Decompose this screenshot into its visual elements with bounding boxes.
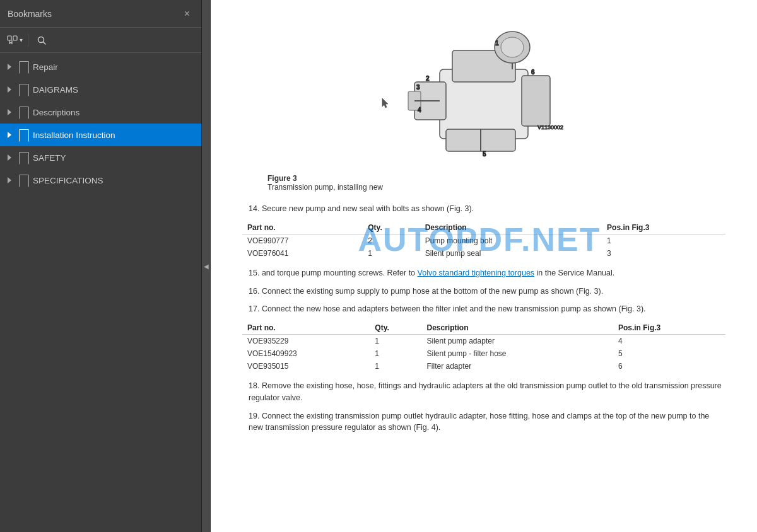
svg-text:4: 4 (418, 107, 421, 113)
svg-text:6: 6 (531, 69, 535, 76)
sidebar-item-daigrams[interactable]: DAIGRAMS (0, 78, 201, 101)
search-bookmarks-button[interactable] (32, 32, 51, 49)
table-row: VOE154099231Silent pump - filter hose5 (242, 347, 725, 360)
sidebar: Bookmarks × ▾ RepairDAIGRAMSDescriptions… (0, 0, 202, 532)
col-desc-2: Description (421, 321, 613, 335)
table-row: VOE9352291Silent pump adapter4 (242, 335, 725, 348)
chevron-right-icon (5, 86, 14, 93)
search-icon (37, 35, 47, 45)
toolbar-divider (28, 34, 28, 47)
col-qty-2: Qty. (370, 321, 421, 335)
ribbon-icon (18, 152, 29, 163)
bookmark-label-descriptions: Descriptions (33, 108, 195, 117)
parts-table-1: Part no. Qty. Description Pos.in Fig.3 V… (242, 221, 725, 260)
main-content: ◀ (202, 0, 757, 532)
table-row: VOE9907772Pump mounting bolt1 (242, 234, 725, 247)
ribbon-icon (18, 129, 29, 141)
bookmark-label-installation: Installation Instruction (33, 130, 195, 140)
col-pos-2: Pos.in Fig.3 (613, 321, 725, 335)
bookmark-label-safety: SAFETY (33, 153, 195, 163)
table-row: VOE9350151Filter adapter6 (242, 360, 725, 373)
svg-text:1: 1 (495, 40, 499, 47)
close-button[interactable]: × (180, 8, 194, 20)
col-partno: Part no. (242, 221, 363, 234)
svg-text:5: 5 (483, 151, 486, 158)
sidebar-toolbar: ▾ (0, 28, 201, 53)
step-19: 19. Connect the existing transmission pu… (242, 410, 725, 434)
bookmark-list: RepairDAIGRAMSDescriptionsInstallation I… (0, 53, 201, 532)
step-14: 14. Secure new pump and new seal with bo… (242, 203, 725, 215)
bookmark-label-repair: Repair (33, 62, 195, 72)
parts-table-2: Part no. Qty. Description Pos.in Fig.3 V… (242, 321, 725, 373)
figure-caption: Figure 3 Transmission pump, installing n… (242, 174, 725, 192)
svg-point-7 (501, 37, 524, 57)
svg-text:2: 2 (426, 75, 430, 82)
volvo-torques-link[interactable]: Volvo standard tightening torques (418, 269, 535, 277)
step-18: 18. Remove the existing hose, hose, fitt… (242, 380, 725, 404)
figure-3: 1 2 3 4 5 6 V1130002 (242, 19, 725, 164)
sidebar-title: Bookmarks (8, 9, 52, 19)
sidebar-item-repair[interactable]: Repair (0, 55, 201, 78)
bookmark-grid-icon (7, 35, 18, 45)
step-17: 17. Connect the new hose and adapters be… (242, 303, 725, 315)
sidebar-header: Bookmarks × (0, 0, 201, 28)
step-15: 15. and torque pump mounting screws. Ref… (242, 267, 725, 279)
svg-line-3 (44, 42, 46, 44)
chevron-right-icon (5, 154, 14, 161)
ribbon-icon (18, 175, 29, 186)
col-desc: Description (420, 221, 602, 234)
bookmark-view-button[interactable]: ▾ (5, 32, 24, 49)
sidebar-item-safety[interactable]: SAFETY (0, 146, 201, 169)
bookmark-label-daigrams: DAIGRAMS (33, 85, 195, 95)
svg-rect-0 (8, 36, 11, 40)
sidebar-item-installation[interactable]: Installation Instruction (0, 124, 201, 146)
engine-diagram-svg: 1 2 3 4 5 6 V1130002 (389, 19, 578, 164)
ribbon-icon (18, 84, 29, 95)
col-partno-2: Part no. (242, 321, 370, 335)
step-16: 16. Connect the existing sump supply to … (242, 286, 725, 298)
chevron-right-icon (5, 109, 14, 115)
chevron-right-icon (5, 132, 14, 138)
ribbon-icon (18, 107, 29, 118)
dropdown-arrow: ▾ (20, 37, 23, 43)
table-row: VOE9760411Silent pump seal3 (242, 247, 725, 260)
bookmark-label-specifications: SPECIFICATIONS (33, 176, 195, 185)
ribbon-icon (18, 61, 29, 72)
svg-rect-1 (13, 36, 17, 40)
col-qty: Qty. (363, 221, 420, 234)
sidebar-item-specifications[interactable]: SPECIFICATIONS (0, 169, 201, 192)
svg-rect-11 (522, 76, 550, 126)
chevron-right-icon (5, 177, 14, 183)
sidebar-item-descriptions[interactable]: Descriptions (0, 101, 201, 124)
col-pos: Pos.in Fig.3 (602, 221, 725, 234)
svg-text:V1130002: V1130002 (537, 124, 563, 130)
chevron-right-icon (5, 64, 14, 70)
panel-toggle-icon: ◀ (204, 263, 209, 270)
svg-text:3: 3 (416, 84, 420, 91)
panel-toggle-button[interactable]: ◀ (202, 0, 211, 532)
document-page: 1 2 3 4 5 6 V1130002 Figure 3 Transmissi… (211, 0, 757, 532)
